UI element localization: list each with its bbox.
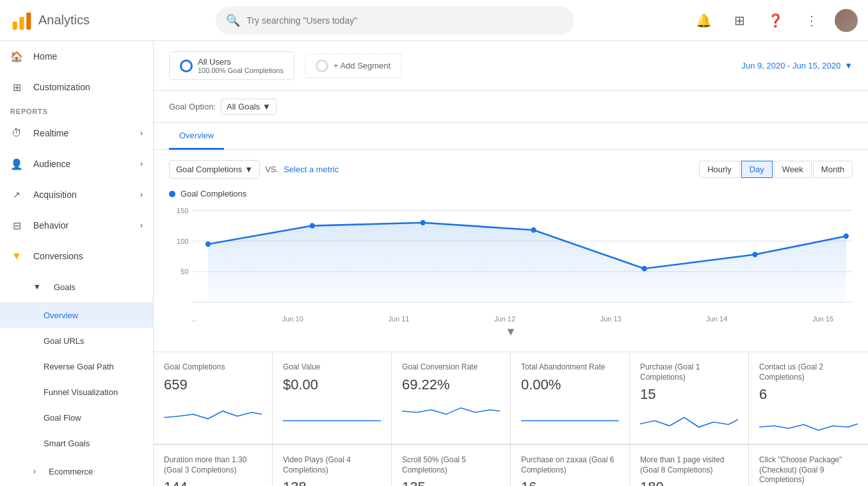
- stat-card-pages: More than 1 page visited (Goal 8 Complet…: [630, 445, 749, 486]
- stat-label-choose-package: Click "Choose Package" (Checkout) (Goal …: [759, 455, 858, 485]
- time-btn-week[interactable]: Week: [774, 161, 812, 178]
- svg-text:50: 50: [181, 268, 188, 275]
- mini-chart-contact: [759, 408, 858, 433]
- avatar[interactable]: [835, 9, 858, 32]
- sidebar-item-funnel-vis[interactable]: Funnel Visualization: [0, 379, 153, 405]
- sidebar-item-conversions[interactable]: ▼ Conversions: [0, 241, 153, 271]
- sidebar-item-acquisition[interactable]: ↗ Acquisition ›: [0, 179, 153, 210]
- x-label-0: ...: [191, 315, 197, 323]
- date-range-chevron: ▼: [844, 61, 853, 70]
- sidebar-item-ecommerce[interactable]: › Ecommerce: [0, 456, 153, 486]
- x-label-1: Jun 10: [282, 315, 303, 323]
- mini-chart-abandonment: [521, 398, 619, 424]
- help-icon[interactable]: ❓: [763, 8, 789, 33]
- add-segment-circle: [316, 60, 328, 72]
- sidebar-label-audience: Audience: [33, 159, 70, 169]
- sidebar-item-smart-goals[interactable]: Smart Goals: [0, 430, 153, 456]
- stat-label-value: Goal Value: [283, 362, 381, 373]
- time-btn-month[interactable]: Month: [813, 161, 853, 178]
- search-input[interactable]: [246, 15, 564, 26]
- logo-area: Analytics: [10, 9, 157, 32]
- customization-icon: ⊞: [10, 81, 23, 93]
- stat-label-purchase: Purchase (Goal 1 Completions): [640, 362, 738, 382]
- goal-select[interactable]: All Goals ▼: [221, 99, 277, 115]
- stat-card-contact: Contact us (Goal 2 Completions) 6: [749, 352, 868, 444]
- svg-marker-10: [208, 223, 846, 302]
- svg-text:150: 150: [177, 207, 189, 215]
- svg-rect-1: [19, 17, 24, 29]
- reports-section-label: REPORTS: [0, 102, 153, 118]
- svg-point-11: [205, 241, 211, 247]
- legend-label: Goal Completions: [181, 189, 246, 198]
- stats-row-1: Goal Completions 659 Goal Value $0.00: [154, 352, 868, 444]
- tabs-bar: Overview: [154, 123, 868, 150]
- stat-value-purchase-zaxaa: 16: [521, 479, 619, 486]
- more-icon[interactable]: ⋮: [799, 8, 824, 33]
- stat-card-choose-package: Click "Choose Package" (Checkout) (Goal …: [749, 445, 868, 486]
- chart-container: 150 100 50: [169, 204, 853, 312]
- sidebar-item-audience[interactable]: 👤 Audience ›: [0, 149, 153, 179]
- segment-circle: [180, 60, 193, 72]
- sidebar-label-funnel-vis: Funnel Visualization: [44, 387, 118, 397]
- time-btn-day[interactable]: Day: [741, 161, 773, 178]
- sidebar-item-overview[interactable]: Overview: [0, 302, 153, 328]
- logo-text: Analytics: [38, 13, 90, 28]
- apps-icon[interactable]: ⊞: [727, 8, 753, 33]
- sidebar-label-goal-urls: Goal URLs: [44, 336, 84, 346]
- goal-select-arrow: ▼: [262, 102, 271, 111]
- stat-value-video: 138: [283, 479, 381, 486]
- stat-value-value: $0.00: [283, 377, 381, 393]
- segment-name: All Users: [198, 57, 284, 67]
- stat-label-completions: Goal Completions: [164, 362, 262, 373]
- stat-value-conversion-rate: 69.22%: [402, 377, 500, 393]
- svg-rect-0: [13, 21, 17, 29]
- svg-point-14: [531, 227, 536, 233]
- stat-card-abandonment: Total Abandonment Rate 0.00%: [511, 352, 630, 444]
- search-icon: 🔍: [226, 13, 240, 28]
- logo-icon: [10, 9, 33, 32]
- stat-value-contact: 6: [759, 386, 858, 403]
- sidebar-item-behavior[interactable]: ⊟ Behavior ›: [0, 210, 153, 241]
- sidebar-item-goal-urls[interactable]: Goal URLs: [0, 328, 153, 353]
- expand-icon-behavior: ›: [140, 221, 143, 230]
- sidebar-label-acquisition: Acquisition: [33, 190, 77, 200]
- stat-label-abandonment: Total Abandonment Rate: [521, 362, 619, 373]
- behavior-icon: ⊟: [10, 219, 23, 232]
- notifications-icon[interactable]: 🔔: [691, 8, 717, 33]
- segment-info: All Users 100.00% Goal Completions: [198, 57, 284, 74]
- chart-controls: Goal Completions ▼ VS. Select a metric H…: [169, 160, 853, 179]
- stat-label-contact: Contact us (Goal 2 Completions): [759, 362, 858, 382]
- sidebar: 🏠 Home ⊞ Customization REPORTS ⏱ Realtim…: [0, 41, 154, 486]
- sidebar-item-goal-flow[interactable]: Goal Flow: [0, 405, 153, 430]
- svg-point-15: [641, 266, 647, 271]
- sidebar-item-customization[interactable]: ⊞ Customization: [0, 72, 153, 102]
- x-label-4: Jun 13: [600, 315, 622, 323]
- sidebar-item-reverse-goal-path[interactable]: Reverse Goal Path: [0, 353, 153, 379]
- time-btn-hourly[interactable]: Hourly: [699, 161, 740, 178]
- metric-select[interactable]: Goal Completions ▼: [169, 160, 260, 179]
- sidebar-item-goals[interactable]: ▼ Goals: [0, 271, 153, 302]
- chart-legend: Goal Completions: [169, 189, 853, 198]
- sidebar-label-home: Home: [33, 51, 57, 61]
- scroll-indicator[interactable]: ▼: [169, 323, 853, 341]
- svg-point-12: [310, 223, 315, 229]
- scroll-handle[interactable]: ▼: [505, 325, 517, 339]
- sidebar-item-home[interactable]: 🏠 Home: [0, 41, 153, 72]
- audience-icon: 👤: [10, 158, 23, 170]
- search-bar[interactable]: 🔍: [216, 6, 574, 35]
- svg-point-17: [844, 234, 849, 239]
- stat-card-purchase: Purchase (Goal 1 Completions) 15: [630, 352, 749, 444]
- add-segment-pill[interactable]: + Add Segment: [305, 54, 401, 78]
- stat-label-conversion-rate: Goal Conversion Rate: [402, 362, 500, 373]
- date-range-text: Jun 9, 2020 - Jun 15, 2020: [741, 61, 840, 70]
- date-range[interactable]: Jun 9, 2020 - Jun 15, 2020 ▼: [741, 61, 853, 70]
- sidebar-label-reverse-goal-path: Reverse Goal Path: [44, 362, 114, 371]
- tab-overview[interactable]: Overview: [169, 123, 224, 150]
- stat-value-completions: 659: [164, 377, 262, 393]
- segment-bar: All Users 100.00% Goal Completions + Add…: [154, 41, 868, 91]
- x-label-3: Jun 12: [494, 315, 515, 323]
- sidebar-item-realtime[interactable]: ⏱ Realtime ›: [0, 118, 153, 149]
- select-metric-link[interactable]: Select a metric: [284, 165, 339, 174]
- mini-chart-purchase: [640, 408, 738, 433]
- all-users-segment[interactable]: All Users 100.00% Goal Completions: [169, 51, 294, 80]
